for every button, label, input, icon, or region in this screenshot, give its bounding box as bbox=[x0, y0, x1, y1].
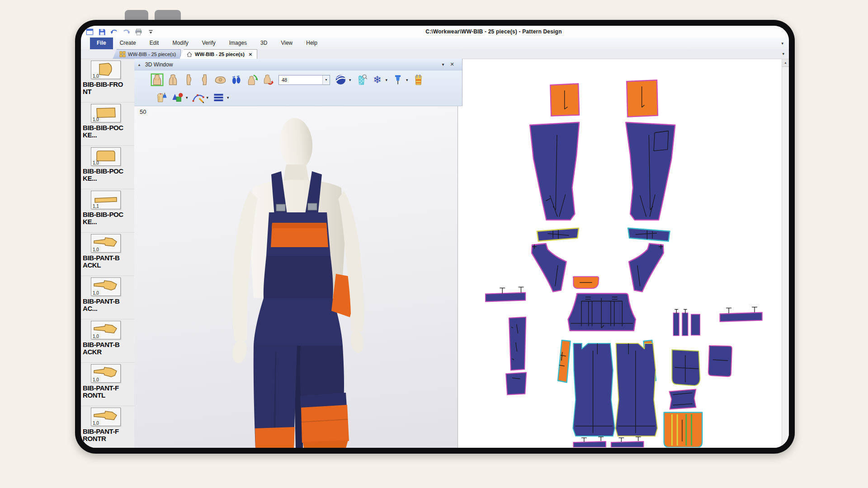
pattern-piece-pocket-flap-double[interactable] bbox=[670, 389, 696, 409]
menu-item-help[interactable]: Help bbox=[299, 38, 324, 49]
piece-thumbnail[interactable]: 1,0 bbox=[81, 319, 134, 340]
3d-toolbar-row-2: ▾▾▾ bbox=[134, 89, 462, 106]
pattern-piece-cargo-pocket-a[interactable] bbox=[672, 350, 700, 385]
dropdown-arrow-icon[interactable]: ▾ bbox=[386, 78, 388, 82]
pattern-piece-bib-front[interactable] bbox=[568, 293, 636, 330]
panel-collapse-icon[interactable]: ▴ bbox=[134, 62, 144, 67]
3d-viewport[interactable]: 50 bbox=[134, 106, 458, 448]
combo-dropdown-icon[interactable]: ▾ bbox=[322, 75, 330, 84]
simulate-icon[interactable] bbox=[333, 72, 349, 88]
piece-scale-label: 1,0 bbox=[93, 247, 99, 252]
undo-icon[interactable] bbox=[109, 27, 119, 37]
pattern-canvas[interactable]: ▴ bbox=[458, 59, 789, 448]
pattern-piece-pant-front-left[interactable] bbox=[573, 343, 614, 436]
panel-close-icon[interactable]: ✕ bbox=[448, 61, 457, 67]
pattern-piece-pocket-flap-small[interactable] bbox=[573, 277, 599, 288]
pattern-piece-waistband-right[interactable] bbox=[628, 228, 670, 241]
pattern-piece-waistband-left[interactable] bbox=[537, 228, 579, 241]
pattern-piece-side-stripe-panel-left[interactable] bbox=[509, 317, 526, 371]
edit-curve-icon[interactable] bbox=[190, 90, 206, 105]
pattern-piece-pant-back-upper-left[interactable] bbox=[530, 122, 579, 220]
piece-thumbnail[interactable]: 1,0 bbox=[81, 406, 134, 427]
panel-menu-icon[interactable]: ▾ bbox=[439, 62, 448, 67]
fit-check-icon[interactable] bbox=[354, 72, 369, 88]
menu-item-file[interactable]: File bbox=[90, 38, 113, 49]
app-icon[interactable] bbox=[85, 27, 94, 37]
pattern-pieces-layer bbox=[459, 60, 781, 447]
piece-scale-label: 1,0 bbox=[93, 291, 99, 296]
mannequin-top-view-icon[interactable] bbox=[212, 72, 228, 88]
panel-title: 3D Window bbox=[145, 61, 173, 68]
mannequin-side-left-view-icon[interactable] bbox=[181, 72, 197, 88]
piece-scale-label: 1,0 bbox=[93, 334, 99, 339]
piece-thumbnail[interactable]: 1,1 bbox=[81, 189, 134, 210]
pattern-piece-belt-loops[interactable] bbox=[673, 310, 700, 336]
size-combobox[interactable]: 48▾ bbox=[278, 75, 330, 85]
pattern-piece-strap-right[interactable] bbox=[720, 307, 762, 322]
home-icon bbox=[186, 51, 193, 57]
rotate-model-icon[interactable] bbox=[244, 72, 260, 88]
qat-customize-icon[interactable] bbox=[146, 27, 156, 37]
piece-thumbnail[interactable]: 1,0 bbox=[81, 102, 134, 123]
canvas-scrollbar[interactable]: ▴ bbox=[782, 59, 789, 448]
pattern-piece-bottom-piece-a[interactable] bbox=[573, 437, 606, 447]
menu-item-images[interactable]: Images bbox=[222, 38, 254, 49]
pieces-sidebar: 1,0BIB-BIB-FRONT1,0BIB-BIB-POCKE...1,0BI… bbox=[81, 59, 135, 448]
menu-item-3d[interactable]: 3D bbox=[254, 38, 274, 49]
freeze-icon[interactable]: ❄ bbox=[369, 72, 385, 88]
pattern-piece-knee-patch-top-left[interactable] bbox=[550, 84, 579, 116]
spin-model-icon[interactable] bbox=[260, 72, 276, 88]
dropdown-arrow-icon[interactable]: ▾ bbox=[186, 95, 188, 100]
piece-name-label: BIB-PANT-BAC... bbox=[81, 297, 123, 319]
document-tab-bar: ▾ WW-BIB - 25 piece(s)WW-BIB - 25 piece(… bbox=[81, 49, 789, 59]
dropdown-arrow-icon[interactable]: ▾ bbox=[207, 95, 209, 100]
piece-thumbnail[interactable]: 1,0 bbox=[81, 276, 134, 297]
pattern-piece-side-yoke-left[interactable] bbox=[532, 244, 566, 291]
menu-item-edit[interactable]: Edit bbox=[143, 38, 166, 49]
3d-window-panel: ▴ 3D Window ▾ ✕ 48▾▾❄▾▾ ▾▾▾ bbox=[134, 59, 462, 106]
scroll-up-icon[interactable]: ▴ bbox=[782, 59, 789, 67]
dropdown-arrow-icon[interactable]: ▾ bbox=[406, 78, 408, 82]
pattern-piece-cargo-pocket-b[interactable] bbox=[708, 346, 732, 376]
mannequin-side-right-view-icon[interactable] bbox=[197, 72, 212, 88]
piece-thumbnail[interactable]: 1,0 bbox=[81, 145, 134, 167]
piece-thumbnail[interactable]: 1,0 bbox=[81, 232, 134, 253]
pin-icon[interactable] bbox=[390, 72, 406, 88]
piece-thumbnail[interactable]: 1,0 bbox=[81, 362, 134, 384]
menu-overflow-icon[interactable]: ▾ bbox=[781, 41, 783, 46]
document-tab-2[interactable]: WW-BIB - 25 piece(s)✕ bbox=[179, 49, 257, 59]
document-tab-1[interactable]: WW-BIB - 25 piece(s) bbox=[113, 49, 181, 59]
pattern-piece-stripe-orange-left[interactable] bbox=[558, 340, 570, 382]
pattern-piece-knee-pad-striped[interactable] bbox=[664, 413, 702, 447]
shapes-3d-icon[interactable] bbox=[170, 90, 185, 105]
pattern-piece-knee-patch-top-right[interactable] bbox=[627, 80, 658, 117]
piece-thumbnail[interactable]: 1,0 bbox=[81, 59, 134, 80]
mannequin-front-view-icon[interactable] bbox=[149, 72, 165, 88]
menu-item-create[interactable]: Create bbox=[113, 38, 143, 49]
pattern-piece-strap-left[interactable] bbox=[486, 287, 525, 301]
pattern-design-window: C:\Workwear\WW-BIB - 25 piece(s) - Patte… bbox=[81, 26, 789, 448]
pattern-piece-bottom-piece-b[interactable] bbox=[611, 437, 644, 447]
pattern-piece-pant-back-upper-right[interactable] bbox=[626, 122, 675, 220]
pattern-piece-side-panel-small-left[interactable] bbox=[506, 372, 526, 394]
tab-list-icon[interactable]: ▾ bbox=[782, 52, 784, 56]
save-icon[interactable] bbox=[97, 27, 107, 37]
menu-bar: FileCreateEditModifyVerifyImages3DViewHe… bbox=[81, 38, 789, 50]
menu-item-verify[interactable]: Verify bbox=[195, 38, 222, 49]
print-icon[interactable] bbox=[133, 27, 143, 37]
tab-close-icon[interactable]: ✕ bbox=[249, 52, 252, 57]
pattern-piece-pant-front-right[interactable] bbox=[616, 343, 657, 436]
menu-item-view[interactable]: View bbox=[274, 38, 299, 49]
pattern-piece-side-yoke-right[interactable] bbox=[629, 244, 664, 291]
garment-icon[interactable] bbox=[410, 72, 426, 88]
redo-icon[interactable] bbox=[121, 27, 131, 37]
mannequin-back-view-icon[interactable] bbox=[165, 72, 181, 88]
feet-view-icon[interactable] bbox=[228, 72, 244, 88]
menu-item-modify[interactable]: Modify bbox=[165, 38, 195, 49]
dropdown-arrow-icon[interactable]: ▾ bbox=[349, 78, 351, 82]
window-title: C:\Workwear\WW-BIB - 25 piece(s) - Patte… bbox=[198, 28, 789, 35]
dropdown-arrow-icon[interactable]: ▾ bbox=[227, 95, 229, 100]
fabric-properties-icon[interactable] bbox=[154, 90, 170, 105]
menu-lines-icon[interactable] bbox=[211, 90, 226, 105]
page-background: C:\Workwear\WW-BIB - 25 piece(s) - Patte… bbox=[0, 0, 868, 488]
